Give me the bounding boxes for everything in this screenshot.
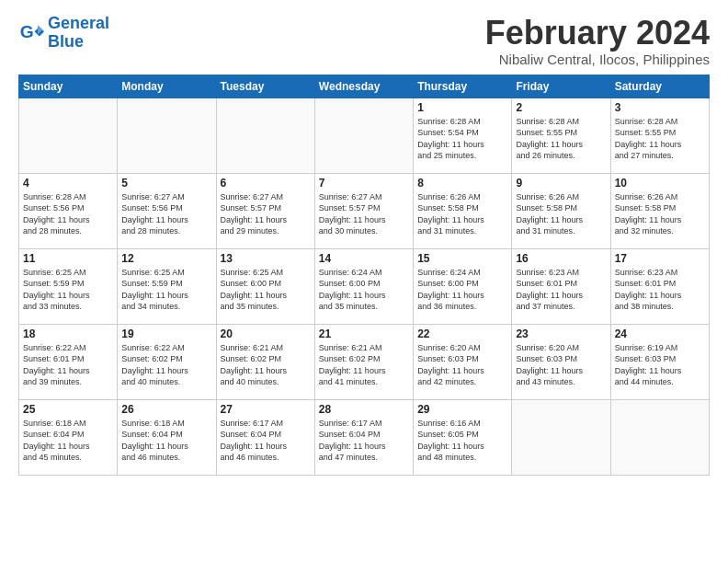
header-thursday: Thursday (414, 75, 512, 98)
day-number: 16 (516, 252, 606, 265)
header-monday: Monday (118, 75, 216, 98)
day-number: 7 (319, 177, 409, 190)
table-row: 24Sunrise: 6:19 AM Sunset: 6:03 PM Dayli… (610, 324, 709, 399)
day-info: Sunrise: 6:23 AM Sunset: 6:01 PM Dayligh… (516, 267, 606, 313)
day-number: 4 (23, 177, 113, 190)
day-info: Sunrise: 6:22 AM Sunset: 6:01 PM Dayligh… (23, 342, 113, 388)
day-number: 24 (615, 327, 705, 340)
day-number: 21 (319, 327, 409, 340)
day-info: Sunrise: 6:24 AM Sunset: 6:00 PM Dayligh… (319, 267, 409, 313)
day-number: 18 (23, 327, 113, 340)
day-info: Sunrise: 6:26 AM Sunset: 5:58 PM Dayligh… (615, 191, 705, 237)
table-row: 21Sunrise: 6:21 AM Sunset: 6:02 PM Dayli… (314, 324, 413, 399)
day-info: Sunrise: 6:18 AM Sunset: 6:04 PM Dayligh… (23, 418, 113, 464)
day-info: Sunrise: 6:25 AM Sunset: 6:00 PM Dayligh… (221, 267, 311, 313)
table-row: 12Sunrise: 6:25 AM Sunset: 5:59 PM Dayli… (118, 248, 216, 324)
day-info: Sunrise: 6:26 AM Sunset: 5:58 PM Dayligh… (516, 191, 606, 237)
table-row: 22Sunrise: 6:20 AM Sunset: 6:03 PM Dayli… (414, 324, 512, 399)
day-info: Sunrise: 6:23 AM Sunset: 6:01 PM Dayligh… (615, 267, 705, 313)
table-row (512, 399, 610, 475)
day-info: Sunrise: 6:27 AM Sunset: 5:57 PM Dayligh… (319, 191, 409, 237)
table-row: 15Sunrise: 6:24 AM Sunset: 6:00 PM Dayli… (414, 248, 512, 324)
calendar-week-row: 18Sunrise: 6:22 AM Sunset: 6:01 PM Dayli… (19, 324, 710, 399)
weekday-header-row: Sunday Monday Tuesday Wednesday Thursday… (19, 75, 710, 98)
table-row: 9Sunrise: 6:26 AM Sunset: 5:58 PM Daylig… (512, 173, 610, 248)
day-number: 11 (23, 252, 113, 265)
calendar-week-row: 25Sunrise: 6:18 AM Sunset: 6:04 PM Dayli… (19, 399, 710, 475)
table-row: 14Sunrise: 6:24 AM Sunset: 6:00 PM Dayli… (314, 248, 413, 324)
day-info: Sunrise: 6:20 AM Sunset: 6:03 PM Dayligh… (516, 342, 606, 388)
calendar-week-row: 4Sunrise: 6:28 AM Sunset: 5:56 PM Daylig… (19, 173, 710, 248)
table-row: 4Sunrise: 6:28 AM Sunset: 5:56 PM Daylig… (19, 173, 118, 248)
day-info: Sunrise: 6:24 AM Sunset: 6:00 PM Dayligh… (417, 267, 507, 313)
svg-text:G: G (20, 22, 34, 41)
day-number: 9 (516, 177, 606, 190)
day-number: 6 (221, 177, 311, 190)
day-info: Sunrise: 6:25 AM Sunset: 5:59 PM Dayligh… (121, 267, 211, 313)
logo-icon: G (18, 20, 44, 46)
header-wednesday: Wednesday (314, 75, 413, 98)
table-row: 26Sunrise: 6:18 AM Sunset: 6:04 PM Dayli… (118, 399, 216, 475)
day-info: Sunrise: 6:19 AM Sunset: 6:03 PM Dayligh… (615, 342, 705, 388)
day-info: Sunrise: 6:28 AM Sunset: 5:55 PM Dayligh… (516, 116, 606, 162)
table-row: 19Sunrise: 6:22 AM Sunset: 6:02 PM Dayli… (118, 324, 216, 399)
day-number: 29 (417, 403, 507, 416)
day-info: Sunrise: 6:28 AM Sunset: 5:56 PM Dayligh… (23, 191, 113, 237)
day-number: 5 (121, 177, 211, 190)
day-info: Sunrise: 6:25 AM Sunset: 5:59 PM Dayligh… (23, 267, 113, 313)
day-info: Sunrise: 6:17 AM Sunset: 6:04 PM Dayligh… (319, 418, 409, 464)
day-info: Sunrise: 6:21 AM Sunset: 6:02 PM Dayligh… (221, 342, 311, 388)
day-info: Sunrise: 6:28 AM Sunset: 5:54 PM Dayligh… (417, 116, 507, 162)
table-row: 17Sunrise: 6:23 AM Sunset: 6:01 PM Dayli… (610, 248, 709, 324)
table-row: 29Sunrise: 6:16 AM Sunset: 6:05 PM Dayli… (414, 399, 512, 475)
calendar-table: Sunday Monday Tuesday Wednesday Thursday… (18, 75, 710, 476)
day-info: Sunrise: 6:26 AM Sunset: 5:58 PM Dayligh… (417, 191, 507, 237)
table-row (314, 98, 413, 173)
page-header: G General Blue February 2024 Nibaliw Cen… (18, 15, 710, 67)
table-row: 6Sunrise: 6:27 AM Sunset: 5:57 PM Daylig… (216, 173, 314, 248)
logo: G General Blue (18, 15, 109, 52)
table-row: 28Sunrise: 6:17 AM Sunset: 6:04 PM Dayli… (314, 399, 413, 475)
day-number: 23 (516, 327, 606, 340)
table-row: 1Sunrise: 6:28 AM Sunset: 5:54 PM Daylig… (414, 98, 512, 173)
logo-line1: General (48, 14, 109, 32)
day-number: 8 (417, 177, 507, 190)
day-number: 17 (615, 252, 705, 265)
title-block: February 2024 Nibaliw Central, Ilocos, P… (485, 15, 710, 67)
day-number: 14 (319, 252, 409, 265)
table-row: 25Sunrise: 6:18 AM Sunset: 6:04 PM Dayli… (19, 399, 118, 475)
logo-line2: Blue (48, 32, 84, 51)
day-info: Sunrise: 6:21 AM Sunset: 6:02 PM Dayligh… (319, 342, 409, 388)
header-saturday: Saturday (610, 75, 709, 98)
table-row: 5Sunrise: 6:27 AM Sunset: 5:56 PM Daylig… (118, 173, 216, 248)
table-row: 2Sunrise: 6:28 AM Sunset: 5:55 PM Daylig… (512, 98, 610, 173)
header-sunday: Sunday (19, 75, 118, 98)
day-number: 10 (615, 177, 705, 190)
table-row: 18Sunrise: 6:22 AM Sunset: 6:01 PM Dayli… (19, 324, 118, 399)
day-number: 15 (417, 252, 507, 265)
day-number: 28 (319, 403, 409, 416)
table-row: 11Sunrise: 6:25 AM Sunset: 5:59 PM Dayli… (19, 248, 118, 324)
day-number: 13 (221, 252, 311, 265)
logo-text: General Blue (48, 15, 109, 52)
day-info: Sunrise: 6:20 AM Sunset: 6:03 PM Dayligh… (417, 342, 507, 388)
table-row: 13Sunrise: 6:25 AM Sunset: 6:00 PM Dayli… (216, 248, 314, 324)
calendar-week-row: 1Sunrise: 6:28 AM Sunset: 5:54 PM Daylig… (19, 98, 710, 173)
table-row (216, 98, 314, 173)
table-row (118, 98, 216, 173)
day-number: 22 (417, 327, 507, 340)
calendar-week-row: 11Sunrise: 6:25 AM Sunset: 5:59 PM Dayli… (19, 248, 710, 324)
table-row: 7Sunrise: 6:27 AM Sunset: 5:57 PM Daylig… (314, 173, 413, 248)
day-number: 3 (615, 101, 705, 114)
day-number: 2 (516, 101, 606, 114)
day-info: Sunrise: 6:27 AM Sunset: 5:57 PM Dayligh… (221, 191, 311, 237)
day-number: 20 (221, 327, 311, 340)
table-row: 10Sunrise: 6:26 AM Sunset: 5:58 PM Dayli… (610, 173, 709, 248)
day-info: Sunrise: 6:22 AM Sunset: 6:02 PM Dayligh… (121, 342, 211, 388)
day-number: 19 (121, 327, 211, 340)
day-info: Sunrise: 6:18 AM Sunset: 6:04 PM Dayligh… (121, 418, 211, 464)
day-number: 26 (121, 403, 211, 416)
table-row: 16Sunrise: 6:23 AM Sunset: 6:01 PM Dayli… (512, 248, 610, 324)
header-tuesday: Tuesday (216, 75, 314, 98)
day-number: 1 (417, 101, 507, 114)
